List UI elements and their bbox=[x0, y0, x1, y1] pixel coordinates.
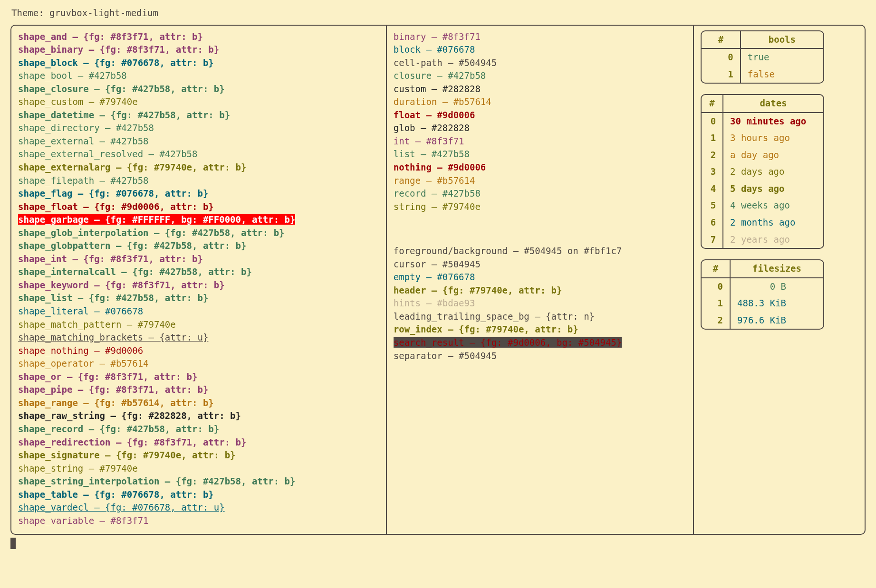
filesizes-header: # bbox=[702, 260, 730, 278]
shape-row: shape_literal – #076678 bbox=[18, 305, 379, 318]
shape-row: shape_keyword – {fg: #8f3f71, attr: b} bbox=[18, 279, 379, 292]
type-row: record – #427b58 bbox=[394, 187, 686, 200]
filesizes-table: #filesizes0 0 B1488.3 KiB2976.6 KiB bbox=[701, 259, 824, 330]
bools-row: 0true bbox=[702, 48, 823, 66]
misc-row: hints – #bdae93 bbox=[394, 297, 686, 310]
dates-row: 62 months ago bbox=[702, 214, 823, 231]
shape-row: shape_record – {fg: #427b58, attr: b} bbox=[18, 423, 379, 436]
bools-header: bools bbox=[741, 31, 823, 49]
shape-row: shape_bool – #427b58 bbox=[18, 69, 379, 83]
shape-row: shape_flag – {fg: #076678, attr: b} bbox=[18, 187, 379, 200]
bools-row: 1false bbox=[702, 66, 823, 83]
shapes-column: shape_and – {fg: #8f3f71, attr: b}shape_… bbox=[11, 26, 387, 534]
type-row: float – #9d0006 bbox=[394, 109, 686, 122]
shape-row: shape_variable – #8f3f71 bbox=[18, 514, 379, 528]
dates-row: 72 years ago bbox=[702, 231, 823, 248]
dates-row: 32 days ago bbox=[702, 163, 823, 180]
misc-row: empty – #076678 bbox=[394, 271, 686, 284]
shape-row: shape_float – {fg: #9d0006, attr: b} bbox=[18, 200, 379, 214]
misc-row: header – {fg: #79740e, attr: b} bbox=[394, 284, 686, 297]
shape-row: shape_filepath – #427b58 bbox=[18, 174, 379, 188]
shape-row: shape_pipe – {fg: #8f3f71, attr: b} bbox=[18, 383, 379, 397]
tables-column: #bools0true1false #dates030 minutes ago1… bbox=[694, 26, 865, 534]
filesizes-row: 2976.6 KiB bbox=[702, 312, 823, 329]
shape-row: shape_closure – {fg: #427b58, attr: b} bbox=[18, 83, 379, 96]
shape-row: shape_range – {fg: #b57614, attr: b} bbox=[18, 397, 379, 410]
shape-row: shape_string_interpolation – {fg: #427b5… bbox=[18, 475, 379, 488]
type-row: glob – #282828 bbox=[394, 122, 686, 135]
shape-row: shape_block – {fg: #076678, attr: b} bbox=[18, 57, 379, 70]
shape-row: shape_list – {fg: #427b58, attr: b} bbox=[18, 292, 379, 305]
shape-row: shape_binary – {fg: #8f3f71, attr: b} bbox=[18, 43, 379, 57]
shape-row: shape_external_resolved – #427b58 bbox=[18, 148, 379, 161]
shape-row: shape_signature – {fg: #79740e, attr: b} bbox=[18, 449, 379, 462]
filesizes-row: 1488.3 KiB bbox=[702, 295, 823, 312]
misc-row: row_index – {fg: #79740e, attr: b} bbox=[394, 323, 686, 336]
type-row: custom – #282828 bbox=[394, 83, 686, 96]
type-row: cell-path – #504945 bbox=[394, 57, 686, 70]
filesizes-row: 0 0 B bbox=[702, 278, 823, 295]
shape-row: shape_vardecl – {fg: #076678, attr: u} bbox=[18, 501, 379, 514]
dates-row: 45 days ago bbox=[702, 180, 823, 198]
type-row: range – #b57614 bbox=[394, 174, 686, 188]
shape-row: shape_redirection – {fg: #8f3f71, attr: … bbox=[18, 436, 379, 449]
dates-header: # bbox=[702, 95, 723, 113]
theme-title: Theme: gruvbox-light-medium bbox=[11, 7, 866, 20]
dates-header: dates bbox=[723, 95, 823, 113]
theme-preview-panel: shape_and – {fg: #8f3f71, attr: b}shape_… bbox=[10, 25, 866, 535]
bools-header: # bbox=[702, 31, 741, 49]
shape-row: shape_matching_brackets – {attr: u} bbox=[18, 331, 379, 344]
misc-row: leading_trailing_space_bg – {attr: n} bbox=[394, 310, 686, 323]
shape-row: shape_datetime – {fg: #427b58, attr: b} bbox=[18, 109, 379, 122]
shape-row: shape_externalarg – {fg: #79740e, attr: … bbox=[18, 161, 379, 174]
type-row: closure – #427b58 bbox=[394, 69, 686, 83]
type-row: nothing – #9d0006 bbox=[394, 161, 686, 174]
shape-row: shape_nothing – #9d0006 bbox=[18, 344, 379, 358]
shape-row: shape_custom – #79740e bbox=[18, 95, 379, 109]
shape-row: shape_and – {fg: #8f3f71, attr: b} bbox=[18, 30, 379, 44]
shape-row: shape_directory – #427b58 bbox=[18, 122, 379, 135]
misc-row: search_result – {fg: #9d0006, bg: #50494… bbox=[394, 336, 686, 350]
shape-row: shape_table – {fg: #076678, attr: b} bbox=[18, 488, 379, 502]
shape-row: shape_glob_interpolation – {fg: #427b58,… bbox=[18, 227, 379, 240]
dates-row: 2a day ago bbox=[702, 147, 823, 164]
shape-row: shape_internalcall – {fg: #427b58, attr:… bbox=[18, 266, 379, 279]
shape-row: shape_external – #427b58 bbox=[18, 135, 379, 148]
shape-row: shape_string – #79740e bbox=[18, 462, 379, 475]
misc-row: separator – #504945 bbox=[394, 350, 686, 363]
types-column: binary – #8f3f71block – #076678cell-path… bbox=[387, 26, 694, 534]
dates-row: 54 weeks ago bbox=[702, 197, 823, 214]
misc-row: foreground/background – #504945 on #fbf1… bbox=[394, 245, 686, 258]
shape-row: shape_garbage – {fg: #FFFFFF, bg: #FF000… bbox=[18, 213, 379, 227]
shape-row: shape_operator – #b57614 bbox=[18, 357, 379, 370]
type-row: block – #076678 bbox=[394, 43, 686, 57]
bools-table: #bools0true1false bbox=[701, 30, 824, 84]
type-row: string – #79740e bbox=[394, 200, 686, 214]
dates-row: 030 minutes ago bbox=[702, 113, 823, 130]
cursor-block bbox=[10, 538, 16, 549]
shape-row: shape_raw_string – {fg: #282828, attr: b… bbox=[18, 409, 379, 423]
shape-row: shape_match_pattern – #79740e bbox=[18, 318, 379, 332]
shape-row: shape_int – {fg: #8f3f71, attr: b} bbox=[18, 253, 379, 266]
type-row: binary – #8f3f71 bbox=[394, 30, 686, 44]
dates-table: #dates030 minutes ago13 hours ago2a day … bbox=[701, 94, 824, 249]
misc-row: cursor – #504945 bbox=[394, 258, 686, 271]
shape-row: shape_or – {fg: #8f3f71, attr: b} bbox=[18, 370, 379, 384]
type-row: duration – #b57614 bbox=[394, 95, 686, 109]
type-row: int – #8f3f71 bbox=[394, 135, 686, 148]
filesizes-header: filesizes bbox=[730, 260, 823, 278]
dates-row: 13 hours ago bbox=[702, 130, 823, 147]
type-row: list – #427b58 bbox=[394, 148, 686, 161]
shape-row: shape_globpattern – {fg: #427b58, attr: … bbox=[18, 239, 379, 253]
